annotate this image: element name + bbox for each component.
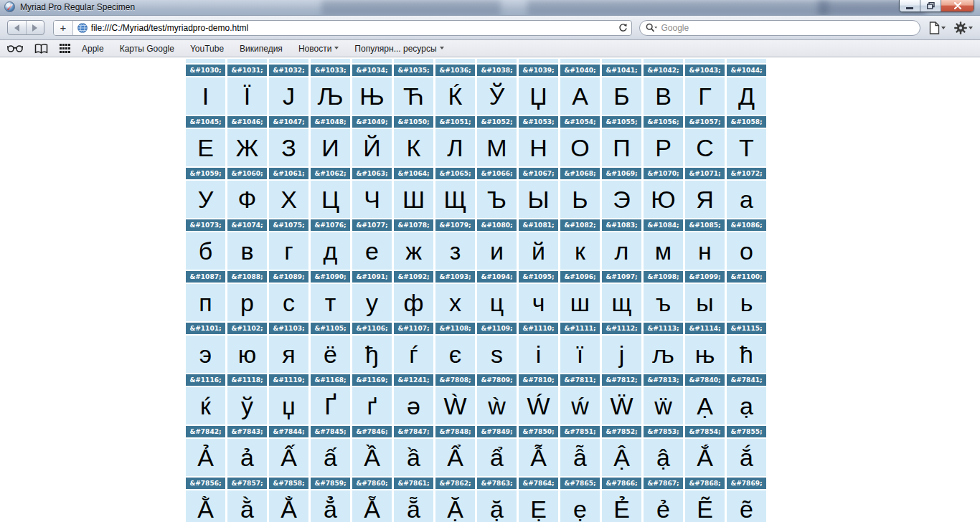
bookmark-item[interactable]: YouTube [190,44,224,54]
bookmarks-items: AppleКарты GoogleYouTubeВикипедияНовости… [82,44,460,54]
bookmark-item[interactable]: Популярн... ресурсы [354,44,443,54]
glyph-cell: М [477,129,517,166]
entity-code-cell: &#7841; [727,374,766,386]
back-arrow-icon [14,24,19,32]
entity-code-cell: &#1085; [685,219,725,231]
entity-code-cell: &#7858; [269,478,308,489]
forward-button[interactable] [26,21,44,34]
bookmark-item-label: YouTube [190,44,224,54]
entity-code-row: &#1059;&#1060;&#1061;&#1062;&#1063;&#106… [186,168,766,179]
glyph-cell: Н [519,129,558,166]
glyph-cell: С [685,129,725,166]
entity-code-cell: &#7855; [727,426,766,437]
bookmarks-book-icon[interactable] [34,44,48,54]
glyph-cell: ầ [394,439,433,476]
page-menu-button[interactable] [929,22,946,34]
glyph-cell: ѓ [394,336,433,373]
glyph-cell-clipped [477,59,517,63]
bookmark-item-label: Apple [82,44,104,54]
glyph-cell: н [685,232,725,270]
entity-code-cell: &#1115; [727,323,766,334]
glyph-cell: ѕ [477,336,517,373]
entity-code-cell: &#7859; [311,478,350,489]
glyph-row: ЕЖЗИЙКЛМНОПРСТ [186,129,766,166]
glyph-cell: Ẳ [269,490,308,522]
glyph-cell: П [602,129,641,166]
glyph-cell: ằ [227,490,267,522]
glyph-cell: ж [394,232,433,270]
entity-code-cell: &#1046; [227,116,267,128]
window-controls [899,0,974,12]
entity-code-cell: &#7863; [477,478,517,489]
entity-code-cell: &#7857; [227,478,267,489]
new-tab-button[interactable]: + [54,21,73,35]
entity-code-cell: &#1071; [685,168,725,179]
glyph-cell: щ [602,284,641,321]
entity-code-cell: &#1056; [644,116,683,128]
bookmark-item[interactable]: Википедия [240,44,283,54]
back-button[interactable] [8,21,26,34]
entity-code-cell: &#1049; [352,116,392,128]
search-input[interactable] [661,23,914,33]
nav-buttons [7,20,44,35]
entity-code-cell: &#7853; [644,426,683,437]
entity-code-cell: &#7840; [685,374,725,386]
entity-code-cell: &#1116; [186,374,225,386]
entity-code-cell: &#1100; [727,271,766,283]
glyph-cell: ь [727,284,766,321]
glyph-row: УФХЦЧШЩЪЫЬЭЮЯа [186,181,766,218]
glyph-row: бвгдежзийклмно [186,232,766,270]
glyph-cell: Ạ [685,387,725,424]
glyph-cell: О [560,129,600,166]
glyph-cell-clipped [311,59,350,63]
bookmark-item[interactable]: Новости [298,44,339,54]
glyph-cell: В [644,77,683,115]
entity-code-cell: &#1097; [602,271,641,283]
glyph-cell: Џ [519,77,558,115]
entity-code-cell: &#1092; [394,271,433,283]
bookmark-item[interactable]: Apple [82,44,104,54]
glyph-cell: ъ [644,284,683,321]
minimize-button[interactable] [900,0,920,11]
glyph-cell-clipped [227,59,267,63]
entity-code-cell: &#1083; [602,219,641,231]
glyph-cell-clipped [727,59,766,63]
glyph-cell: ẵ [394,490,433,522]
glyph-cell: ạ [727,387,766,424]
reading-list-glasses-icon[interactable] [7,44,23,52]
settings-menu-button[interactable] [954,22,973,34]
reload-button[interactable] [616,23,631,32]
close-button[interactable] [941,0,974,11]
bookmark-item[interactable]: Карты Google [120,44,174,54]
glyph-cell: р [227,284,267,321]
glyph-cell: ẹ [560,490,600,522]
glyph-cell: ђ [352,336,392,373]
entity-code-cell: &#1241; [394,374,433,386]
url-input[interactable] [91,23,616,33]
entity-code-cell: &#1076; [311,219,350,231]
glyph-cell: Ж [227,129,267,166]
glyph-cell: Ẁ [435,387,475,424]
glyph-cell: ќ [186,387,225,424]
address-bar: + [53,20,632,36]
entity-code-cell: &#7865; [560,478,600,489]
entity-code-cell: &#7864; [519,478,558,489]
entity-code-cell: &#1045; [186,116,225,128]
glyph-cell: Ј [269,77,308,115]
glyph-row: эюяёђѓєѕіїјљњћ [186,336,766,373]
glyph-cell: ẩ [477,439,517,476]
entity-code-cell: &#7844; [269,426,308,437]
glyph-cell: и [477,232,517,270]
glyph-row: ẰằẲẳẴẵẶặẸẹẺẻẼẽ [186,490,766,522]
glyph-cell: Щ [435,181,475,218]
specimen-table: &#1030;&#1031;&#1032;&#1033;&#1034;&#103… [184,57,768,522]
entity-code-cell: &#1082; [560,219,600,231]
entity-code-cell: &#1052; [477,116,517,128]
top-sites-grid-icon[interactable] [60,44,70,53]
glyph-cell: ẅ [644,387,683,424]
entity-code-cell: &#1039; [519,65,558,76]
glyph-cell: І [186,77,225,115]
globe-icon [77,23,88,33]
glyph-cell: ў [227,387,267,424]
restore-button[interactable] [920,0,941,11]
